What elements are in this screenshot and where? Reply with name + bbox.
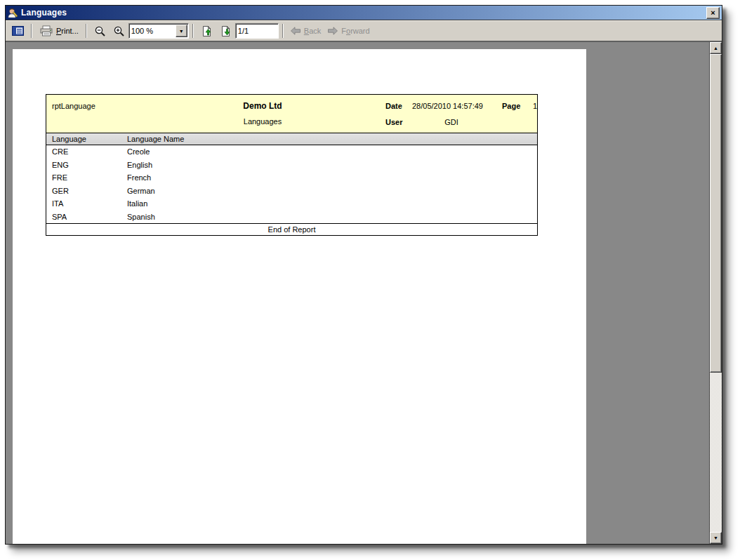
user-label: User xyxy=(385,118,409,127)
titlebar: Languages × xyxy=(6,6,722,20)
language-code: SPA xyxy=(46,213,126,221)
table-row: ENGEnglish xyxy=(46,159,537,172)
language-name: English xyxy=(126,161,152,169)
back-button[interactable]: Back xyxy=(287,23,324,39)
language-code: ENG xyxy=(46,161,126,169)
report-title: Languages xyxy=(140,117,385,126)
table-row: GERGerman xyxy=(46,185,537,198)
close-icon[interactable]: × xyxy=(706,7,720,19)
zoom-out-button[interactable] xyxy=(91,22,110,39)
end-of-report: End of Report xyxy=(46,223,537,235)
user-value: GDI xyxy=(412,118,491,127)
language-code: GER xyxy=(46,187,126,195)
language-code: ITA xyxy=(46,199,126,208)
chevron-down-icon[interactable]: ▼ xyxy=(176,25,187,37)
app-icon xyxy=(8,8,19,18)
language-name: Creole xyxy=(126,147,150,156)
zoom-level-combobox[interactable]: ▼ xyxy=(128,23,189,39)
print-label: Print... xyxy=(56,27,79,35)
language-name: German xyxy=(126,187,155,195)
page-label: Page xyxy=(502,102,527,111)
forward-label: Forward xyxy=(341,27,369,35)
language-code: CRE xyxy=(46,147,126,156)
scrollbar-thumb[interactable] xyxy=(710,54,722,373)
toolbar-separator xyxy=(31,24,32,38)
page-number-box[interactable] xyxy=(235,23,279,39)
toolbar: Print... xyxy=(6,20,722,41)
table-row: FREFrench xyxy=(46,171,537,185)
back-arrow-icon xyxy=(291,27,300,35)
user-row: User GDI xyxy=(385,118,537,127)
group-tree-toggle-button[interactable] xyxy=(8,22,27,39)
page-number-input[interactable] xyxy=(236,27,277,35)
screen: Languages × xyxy=(0,0,740,560)
language-name: Spanish xyxy=(126,213,155,221)
zoom-in-icon xyxy=(113,25,125,37)
scrollbar-track[interactable] xyxy=(710,373,722,532)
report-header-center: Demo Ltd Languages xyxy=(140,95,385,133)
report-rows: CRECreoleENGEnglishFREFrenchGERGermanITA… xyxy=(46,145,537,223)
next-page-button[interactable] xyxy=(216,22,235,39)
language-name: French xyxy=(126,173,151,182)
toolbar-separator xyxy=(282,24,284,38)
table-row: SPASpanish xyxy=(46,211,537,224)
zoom-level-input[interactable] xyxy=(129,27,176,35)
column-header-language: Language xyxy=(46,135,126,143)
date-row: Date 28/05/2010 14:57:49 Page 1 xyxy=(385,102,537,111)
language-name: Italian xyxy=(126,199,147,208)
column-header-row: Language Language Name xyxy=(46,133,537,145)
toolbar-separator xyxy=(86,24,87,38)
date-label: Date xyxy=(385,102,409,111)
column-header-language-name: Language Name xyxy=(126,135,184,143)
print-button[interactable]: Print... xyxy=(36,22,82,39)
forward-arrow-icon xyxy=(328,27,338,35)
scroll-down-icon[interactable]: ▼ xyxy=(710,532,722,544)
zoom-out-icon xyxy=(94,25,106,37)
previous-page-button[interactable] xyxy=(197,22,216,39)
preview-pane: rptLanguage Demo Ltd Languages Date 28/0… xyxy=(6,41,722,544)
printer-icon xyxy=(39,25,53,36)
report-name: rptLanguage xyxy=(46,95,140,133)
forward-button[interactable]: Forward xyxy=(324,23,373,39)
scroll-up-icon[interactable]: ▲ xyxy=(710,42,722,54)
table-row: ITAItalian xyxy=(46,197,537,211)
page-down-icon xyxy=(220,25,232,37)
report-preview-window: Languages × xyxy=(5,5,722,545)
language-code: FRE xyxy=(46,173,126,182)
vertical-scrollbar[interactable]: ▲ ▼ xyxy=(709,42,722,544)
table-row: CRECreole xyxy=(46,145,537,159)
group-tree-icon xyxy=(12,26,24,36)
window-title: Languages xyxy=(21,8,67,18)
company-name: Demo Ltd xyxy=(140,101,385,111)
report-table: rptLanguage Demo Ltd Languages Date 28/0… xyxy=(46,94,538,236)
zoom-in-button[interactable] xyxy=(110,22,128,39)
date-value: 28/05/2010 14:57:49 xyxy=(412,102,491,111)
page-up-icon xyxy=(201,25,213,37)
report-page: rptLanguage Demo Ltd Languages Date 28/0… xyxy=(13,49,586,544)
page-number: 1 xyxy=(527,102,537,111)
toolbar-separator xyxy=(192,24,194,38)
back-label: Back xyxy=(304,27,321,35)
report-header-right: Date 28/05/2010 14:57:49 Page 1 User GDI xyxy=(385,95,537,133)
report-header: rptLanguage Demo Ltd Languages Date 28/0… xyxy=(46,95,537,133)
